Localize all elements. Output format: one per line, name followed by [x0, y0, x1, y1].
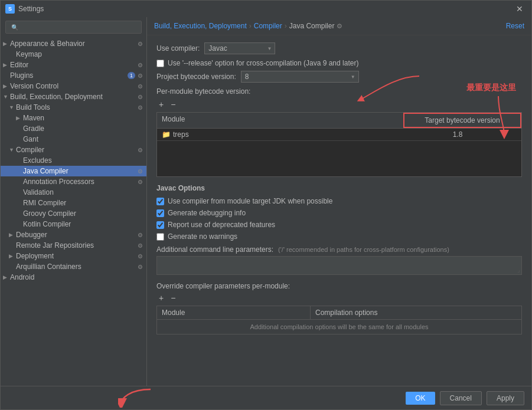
option-row-3: Report use of deprecated features	[156, 221, 522, 229]
option-label-4: Generate no warnings	[168, 232, 237, 241]
arrow-icon: ▶	[9, 253, 16, 259]
panel-wrapper: Build, Execution, Deployment › Compiler …	[147, 17, 531, 386]
sidebar-tree: ▶ Appearance & Behavior ⚙ Keymap ▶ Edito…	[1, 37, 146, 386]
project-bytecode-label: Project bytecode version:	[156, 73, 236, 81]
sidebar-item-label: Kotlin Compiler	[23, 220, 144, 228]
additional-params-section: Additional command line parameters: ('/'…	[156, 245, 522, 275]
bytecode-select[interactable]: 8	[241, 71, 359, 83]
override-toolbar: + −	[156, 293, 522, 303]
sidebar-item-compiler[interactable]: ▼ Compiler ⚙	[1, 145, 146, 155]
override-label: Override compiler parameters per-module:	[156, 282, 522, 290]
settings-icon: ⚙	[138, 41, 143, 47]
sidebar-item-editor[interactable]: ▶ Editor ⚙	[1, 60, 146, 70]
arrow-icon: ▶	[9, 232, 16, 238]
sidebar-item-build-tools[interactable]: ▼ Build Tools ⚙	[1, 102, 146, 113]
bytecode-select-wrapper: 8	[241, 71, 359, 83]
sidebar-item-kotlin-compiler[interactable]: Kotlin Compiler	[1, 219, 146, 229]
per-module-add-button[interactable]: +	[156, 99, 166, 110]
sidebar-item-excludes[interactable]: Excludes	[1, 155, 146, 166]
reset-button[interactable]: Reset	[506, 22, 524, 30]
sidebar-item-gant[interactable]: Gant	[1, 134, 146, 145]
option-row-2: Generate debugging info	[156, 209, 522, 217]
arrow-icon: ▶	[16, 115, 23, 121]
override-remove-button[interactable]: −	[168, 293, 178, 303]
sidebar-item-label: Plugins	[10, 71, 128, 80]
override-footer-note: Additional compilation options will be t…	[157, 320, 521, 334]
sidebar-item-validation[interactable]: Validation	[1, 187, 146, 198]
sidebar-item-label: Build, Execution, Deployment	[10, 93, 138, 101]
breadcrumb-sep1: ›	[249, 22, 252, 30]
additional-params-header: Additional command line parameters: ('/'…	[156, 245, 522, 254]
sidebar-item-label: Excludes	[23, 156, 144, 165]
sidebar-item-annotation-processors[interactable]: Annotation Processors ⚙	[1, 176, 146, 187]
sidebar-item-rmi-compiler[interactable]: RMI Compiler	[1, 198, 146, 208]
cancel-button[interactable]: Cancel	[440, 391, 482, 405]
settings-icon: ⚙	[138, 62, 143, 68]
option-checkbox-4[interactable]	[156, 233, 164, 241]
sidebar-item-gradle[interactable]: Gradle	[1, 123, 146, 134]
sidebar-item-plugins[interactable]: Plugins 1 ⚙	[1, 70, 146, 81]
per-module-table: Module Target bytecode version 📁 treps 1…	[156, 112, 522, 177]
use-compiler-row: Use compiler: Javac	[156, 42, 522, 54]
sidebar-item-deployment[interactable]: ▶ Deployment ⚙	[1, 251, 146, 261]
search-wrapper	[5, 21, 142, 34]
search-box	[1, 17, 146, 37]
sidebar-item-keymap[interactable]: Keymap	[1, 49, 146, 60]
sidebar-item-debugger[interactable]: ▶ Debugger ⚙	[1, 229, 146, 240]
sidebar-item-android[interactable]: ▶ Android	[1, 272, 146, 283]
breadcrumb: Build, Execution, Deployment › Compiler …	[154, 22, 342, 30]
close-button[interactable]: ✕	[513, 3, 527, 15]
sidebar-item-label: Appearance & Behavior	[10, 40, 138, 48]
sidebar-item-java-compiler[interactable]: Java Compiler ⚙	[1, 166, 146, 176]
window-title: Settings	[18, 5, 513, 13]
release-option-checkbox[interactable]	[156, 60, 164, 67]
sidebar-item-label: Editor	[10, 61, 138, 69]
option-label-3: Report use of deprecated features	[168, 221, 275, 229]
sidebar-item-label: Version Control	[10, 82, 138, 90]
sidebar-item-label: Groovy Compiler	[23, 209, 144, 218]
sidebar-item-label: Gradle	[23, 124, 144, 133]
resize-handle-icon: ⌟	[517, 267, 520, 273]
sidebar-item-label: Gant	[23, 135, 144, 143]
settings-icon: ⚙	[138, 168, 143, 175]
sidebar-item-maven[interactable]: ▶ Maven	[1, 113, 146, 123]
module-name: treps	[173, 130, 189, 139]
sidebar-item-remote-jar[interactable]: Remote Jar Repositories ⚙	[1, 240, 146, 251]
option-checkbox-1[interactable]	[156, 198, 164, 205]
settings-window: S Settings ✕ ▶ Appearance & Behavior ⚙	[0, 0, 532, 410]
table-header: Module Target bytecode version	[157, 113, 521, 129]
sidebar-item-appearance[interactable]: ▶ Appearance & Behavior ⚙	[1, 38, 146, 49]
option-checkbox-2[interactable]	[156, 209, 164, 217]
javac-options-title: Javac Options	[156, 184, 522, 192]
sidebar-item-arquillian[interactable]: Arquillian Containers ⚙	[1, 261, 146, 272]
option-label-2: Generate debugging info	[168, 209, 246, 217]
breadcrumb-current: Java Compiler	[289, 22, 335, 30]
compiler-select[interactable]: Javac	[204, 42, 275, 54]
ok-button[interactable]: OK	[406, 392, 435, 405]
additional-params-input[interactable]: ⌟	[156, 256, 522, 275]
sidebar-item-version-control[interactable]: ▶ Version Control ⚙	[1, 81, 146, 91]
breadcrumb-build[interactable]: Build, Execution, Deployment	[154, 22, 247, 30]
sidebar-item-build-exec[interactable]: ▼ Build, Execution, Deployment ⚙	[1, 91, 146, 102]
arrow-icon: ▼	[9, 147, 16, 153]
override-section: Override compiler parameters per-module:…	[156, 282, 522, 334]
sidebar-item-label: Annotation Processors	[23, 178, 138, 186]
override-table-header: Module Compilation options	[157, 306, 521, 320]
per-module-remove-button[interactable]: −	[168, 99, 178, 110]
option-checkbox-3[interactable]	[156, 221, 164, 229]
panel-content: Use compiler: Javac Use '--release' opti…	[147, 35, 531, 386]
option-row-4: Generate no warnings	[156, 232, 522, 241]
table-row[interactable]: 📁 treps 1.8	[157, 129, 521, 141]
sidebar-item-label: Remote Jar Repositories	[16, 241, 138, 250]
settings-icon: ⚙	[138, 104, 143, 111]
sidebar-item-groovy-compiler[interactable]: Groovy Compiler	[1, 208, 146, 219]
settings-icon: ⚙	[138, 253, 143, 260]
sidebar: ▶ Appearance & Behavior ⚙ Keymap ▶ Edito…	[1, 17, 147, 386]
sidebar-item-label: Java Compiler	[23, 167, 138, 175]
option-row-1: Use compiler from module target JDK when…	[156, 197, 522, 205]
override-add-button[interactable]: +	[156, 293, 166, 303]
search-input[interactable]	[5, 21, 142, 34]
breadcrumb-compiler[interactable]: Compiler	[254, 22, 282, 30]
apply-button[interactable]: Apply	[487, 391, 524, 405]
breadcrumb-bar: Build, Execution, Deployment › Compiler …	[147, 17, 531, 35]
